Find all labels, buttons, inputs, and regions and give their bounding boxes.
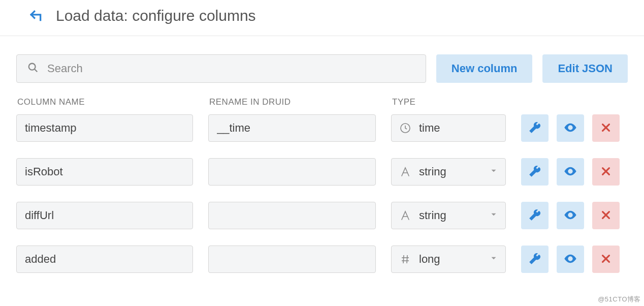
new-column-button[interactable]: New column	[436, 54, 533, 83]
edit-json-button[interactable]: Edit JSON	[542, 54, 628, 83]
delete-button[interactable]	[592, 202, 620, 229]
type-letter-icon	[399, 209, 412, 222]
row-actions	[521, 246, 620, 273]
type-label: long	[419, 253, 482, 266]
column-row: string	[16, 158, 628, 186]
type-clock-icon	[399, 122, 412, 134]
header-rename: RENAME IN DRUID	[209, 97, 377, 107]
chevron-down-icon	[489, 209, 498, 222]
type-select[interactable]: time	[391, 114, 506, 142]
header-type: TYPE	[392, 97, 507, 107]
wrench-icon	[528, 121, 541, 136]
column-name-input[interactable]	[16, 246, 193, 273]
svg-line-1	[35, 69, 38, 72]
eye-icon	[563, 208, 577, 224]
rename-input[interactable]	[208, 158, 376, 186]
page-header: Load data: configure columns	[0, 0, 644, 36]
type-hash-icon	[399, 253, 412, 265]
header-column-name: COLUMN NAME	[17, 97, 194, 107]
delete-button[interactable]	[592, 246, 620, 273]
rename-input[interactable]	[208, 114, 376, 142]
column-row: long	[16, 246, 628, 273]
type-label: time	[419, 121, 498, 135]
configure-button[interactable]	[521, 158, 549, 186]
preview-button[interactable]	[557, 246, 584, 273]
chevron-down-icon	[489, 165, 498, 178]
configure-button[interactable]	[521, 114, 549, 142]
preview-button[interactable]	[557, 202, 584, 229]
type-select[interactable]: string	[391, 158, 506, 186]
wrench-icon	[528, 208, 541, 223]
page-title: Load data: configure columns	[56, 7, 256, 24]
svg-line-11	[403, 255, 404, 263]
type-select[interactable]: string	[391, 202, 506, 229]
column-name-input[interactable]	[16, 158, 193, 186]
delete-button[interactable]	[592, 158, 620, 186]
search-wrap	[16, 54, 426, 83]
back-icon[interactable]	[28, 9, 44, 22]
svg-line-12	[407, 255, 407, 263]
close-icon	[600, 166, 611, 178]
eye-icon	[563, 252, 577, 267]
column-row: string	[16, 202, 628, 229]
wrench-icon	[528, 165, 541, 179]
toolbar: New column Edit JSON	[16, 54, 628, 83]
wrench-icon	[528, 252, 541, 267]
svg-point-0	[29, 64, 36, 70]
delete-button[interactable]	[592, 114, 620, 142]
chevron-down-icon	[489, 253, 498, 266]
row-actions	[521, 114, 620, 142]
close-icon	[600, 122, 611, 135]
configure-button[interactable]	[521, 246, 549, 273]
eye-icon	[563, 120, 577, 136]
rows-container: time string	[16, 114, 628, 273]
content-area: New column Edit JSON COLUMN NAME RENAME …	[0, 36, 644, 282]
rename-input[interactable]	[208, 202, 376, 229]
close-icon	[600, 253, 611, 266]
type-label: string	[419, 209, 482, 222]
column-name-input[interactable]	[16, 202, 193, 229]
type-letter-icon	[399, 166, 412, 178]
type-label: string	[419, 165, 482, 178]
rename-input[interactable]	[208, 246, 376, 273]
column-row: time	[16, 114, 628, 142]
search-input[interactable]	[16, 54, 426, 83]
search-icon	[27, 62, 39, 75]
preview-button[interactable]	[557, 114, 584, 142]
type-select[interactable]: long	[391, 246, 506, 273]
row-actions	[521, 158, 620, 186]
eye-icon	[563, 164, 577, 180]
preview-button[interactable]	[557, 158, 584, 186]
column-headers: COLUMN NAME RENAME IN DRUID TYPE	[16, 97, 628, 107]
row-actions	[521, 202, 620, 229]
close-icon	[600, 209, 611, 222]
column-name-input[interactable]	[16, 114, 193, 142]
configure-button[interactable]	[521, 202, 549, 229]
